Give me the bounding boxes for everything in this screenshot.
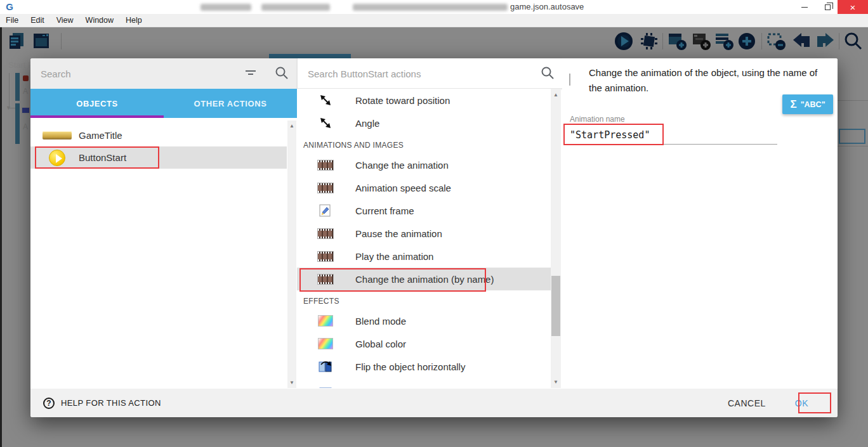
action-item-partial[interactable] (297, 378, 551, 388)
menu-edit[interactable]: Edit (30, 16, 44, 25)
title-bar: G game.json.autosave × (0, 0, 868, 14)
action-editor-dialog: OBJECTS OTHER ACTIONS GameTitle ButtonSt… (30, 58, 838, 417)
blurred-title-text (201, 4, 251, 11)
rainbow-icon (311, 315, 340, 327)
cancel-button[interactable]: CANCEL (728, 398, 766, 408)
scroll-up-icon[interactable]: ▲ (551, 92, 561, 98)
flip-horizontal-icon (311, 360, 340, 373)
action-search-box (297, 58, 562, 89)
animation-name-label: Animation name (570, 115, 625, 124)
scroll-up-icon[interactable]: ▲ (287, 123, 296, 129)
game-title-thumbnail (39, 131, 75, 139)
filmstrip-icon (569, 74, 570, 86)
action-item[interactable]: Global color (297, 332, 551, 355)
object-search-box (30, 58, 297, 89)
action-search-input[interactable] (308, 66, 517, 81)
tab-bar: OBJECTS OTHER ACTIONS (30, 89, 297, 118)
action-item[interactable]: Rotate toward position (297, 89, 551, 112)
action-item[interactable]: Pause the animation (297, 222, 551, 245)
menu-bar: File Edit View Window Help (0, 14, 868, 27)
action-item[interactable]: Current frame (297, 199, 551, 222)
active-tab-indicator (30, 115, 164, 118)
action-item[interactable]: Flip the object horizontally (297, 355, 551, 378)
close-button[interactable]: × (838, 0, 868, 14)
action-item[interactable]: Angle (297, 112, 551, 134)
tab-objects[interactable]: OBJECTS (30, 89, 164, 118)
search-icon[interactable] (274, 65, 289, 83)
filmstrip-icon (311, 183, 340, 193)
scroll-down-icon[interactable]: ▼ (551, 379, 561, 385)
maximize-button[interactable] (817, 0, 838, 14)
actions-list: Rotate toward position Angle ANIMATIONS … (297, 89, 551, 388)
scroll-down-icon[interactable]: ▼ (287, 380, 296, 385)
menu-window[interactable]: Window (86, 16, 114, 25)
blurred-title-text (261, 4, 330, 11)
window-title: game.json.autosave (510, 2, 584, 11)
section-header: EFFECTS (303, 290, 544, 309)
filmstrip-icon (311, 274, 340, 285)
filmstrip-icon (311, 228, 340, 239)
editor-background: Start P ▼ A A (0, 27, 868, 447)
play-button-thumbnail (39, 150, 75, 166)
blurred-title-text (353, 4, 508, 11)
objects-scrollbar[interactable]: ▲ ▼ (287, 120, 296, 388)
dialog-footer: ? HELP FOR THIS ACTION CANCEL OK (30, 389, 838, 417)
help-link[interactable]: ? HELP FOR THIS ACTION (43, 398, 161, 409)
action-item[interactable]: Change the animation (297, 153, 551, 176)
angle-arrow-icon (311, 117, 340, 129)
frame-icon (311, 204, 340, 217)
action-item[interactable]: Blend mode (297, 309, 551, 332)
flip-vertical-icon (311, 384, 340, 388)
object-row-buttonstart[interactable]: ButtonStart (30, 146, 287, 169)
section-header: ANIMATIONS AND IMAGES (303, 134, 544, 153)
action-item[interactable]: Animation speed scale (297, 176, 551, 199)
sigma-icon: Σ (790, 98, 796, 111)
menu-help[interactable]: Help (126, 16, 142, 25)
scrollbar-thumb[interactable] (551, 276, 560, 336)
action-description: Change the animation of the object, usin… (589, 65, 827, 96)
action-item-selected[interactable]: Change the animation (by name) (297, 268, 551, 290)
tab-other-actions[interactable]: OTHER ACTIONS (164, 89, 297, 118)
expression-editor-button[interactable]: Σ "ABC" (782, 94, 833, 114)
filmstrip-icon (311, 160, 340, 171)
filmstrip-icon (311, 251, 340, 262)
object-search-input[interactable] (41, 66, 231, 81)
action-item[interactable]: Play the animation (297, 245, 551, 268)
gdevelop-logo-icon: G (4, 1, 15, 13)
minimize-button[interactable] (794, 0, 815, 14)
filter-icon[interactable] (244, 67, 258, 83)
ok-button[interactable]: OK (795, 398, 808, 408)
animation-name-input[interactable] (570, 126, 777, 145)
menu-file[interactable]: File (6, 16, 18, 25)
rainbow-icon (311, 338, 340, 349)
action-parameters-panel: Change the animation of the object, usin… (562, 58, 838, 389)
search-icon[interactable] (540, 65, 555, 83)
help-icon: ? (43, 398, 55, 409)
object-row-gametitle[interactable]: GameTitle (30, 124, 287, 146)
menu-view[interactable]: View (56, 16, 74, 25)
actions-scrollbar[interactable]: ▲ ▼ (551, 89, 561, 388)
angle-arrow-icon (311, 94, 340, 107)
app-window: G game.json.autosave × File Edit View Wi… (0, 0, 868, 447)
